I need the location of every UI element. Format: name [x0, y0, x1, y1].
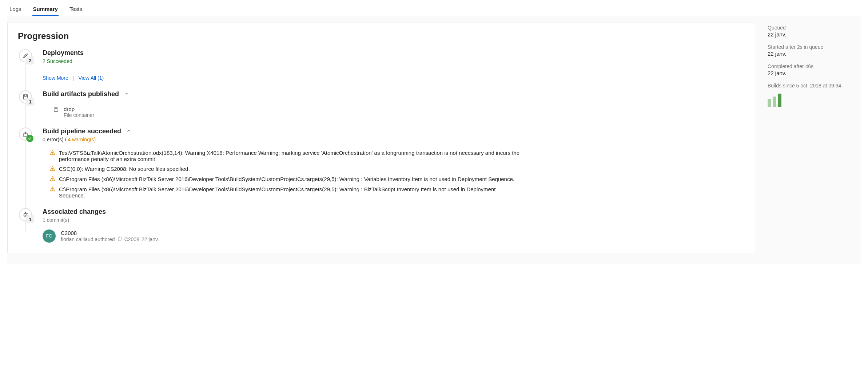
- node-changes: 1 Associated changes 1 commit(s) FC C200…: [18, 208, 745, 243]
- tab-logs[interactable]: Logs: [9, 4, 22, 16]
- artifact-type: File container: [64, 112, 94, 118]
- tab-tests[interactable]: Tests: [69, 4, 83, 16]
- pipeline-error-count: 0 error(s) /: [43, 137, 68, 142]
- lightning-icon: 1: [19, 208, 32, 221]
- show-more-link[interactable]: Show More: [43, 75, 68, 81]
- summary-card: Progression 2 Dep: [7, 23, 755, 253]
- tab-bar: Logs Summary Tests: [7, 0, 861, 16]
- svg-rect-1: [54, 107, 58, 111]
- node-pipeline: Build pipeline succeeded 0 error(s) / 4 …: [18, 127, 745, 199]
- warning-row[interactable]: C:\Program Files (x86)\Microsoft BizTalk…: [50, 186, 523, 199]
- deployments-title: Deployments: [43, 49, 84, 57]
- deployments-succeeded: 2 Succeeded: [43, 58, 745, 64]
- warning-icon: [50, 150, 55, 156]
- artifact-icon: 1: [19, 90, 32, 103]
- started-value: 22 janv.: [768, 51, 859, 57]
- svg-rect-7: [118, 237, 121, 240]
- changes-subtitle: 1 commit(s): [43, 217, 745, 223]
- tab-summary[interactable]: Summary: [32, 4, 59, 16]
- commit-author: florian caillaud authored: [61, 236, 115, 242]
- warnings-list: TestVSTSBizTalk\AtomicOrchestration.odx(…: [50, 150, 745, 199]
- rocket-icon: 2: [19, 49, 32, 62]
- chart-bar: [778, 94, 781, 107]
- completed-label: Completed after 46s: [768, 63, 859, 69]
- queued-value: 22 janv.: [768, 31, 859, 38]
- commit-ref[interactable]: C2008: [124, 236, 139, 242]
- commit-title[interactable]: C2008: [61, 230, 159, 236]
- node-deployments: 2 Deployments 2 Succeeded Show More | Vi…: [18, 49, 745, 81]
- builds-since-label: Builds since 5 oct. 2018 at 09:34: [768, 83, 859, 89]
- artifacts-count-badge: 1: [26, 98, 34, 106]
- chevron-up-icon[interactable]: [124, 90, 129, 98]
- chevron-up-icon[interactable]: [126, 127, 131, 135]
- svg-point-5: [52, 180, 53, 180]
- package-icon: [53, 106, 59, 114]
- warning-text: CSC(0,0): Warning CS2008: No source file…: [59, 166, 190, 172]
- pipeline-warning-count[interactable]: 4 warning(s): [68, 137, 96, 142]
- builds-mini-chart[interactable]: [768, 93, 859, 107]
- page-title: Progression: [18, 31, 745, 41]
- warning-text: C:\Program Files (x86)\Microsoft BizTalk…: [59, 186, 523, 199]
- pipeline-icon: [19, 127, 32, 141]
- warning-icon: [50, 186, 55, 193]
- warning-icon: [50, 166, 55, 172]
- node-artifacts: 1 Build artifacts published: [18, 90, 745, 118]
- svg-point-3: [52, 154, 53, 154]
- artifact-name[interactable]: drop: [64, 106, 94, 112]
- view-all-link[interactable]: View All (1): [78, 75, 104, 81]
- commit-date: 22 janv.: [142, 236, 159, 242]
- success-check-icon: [26, 135, 33, 142]
- sidebar: Queued 22 janv. Started after 2s in queu…: [766, 23, 861, 253]
- repo-icon: [117, 236, 122, 242]
- link-separator: |: [73, 75, 74, 81]
- artifacts-title: Build artifacts published: [43, 90, 119, 98]
- svg-point-4: [52, 170, 53, 170]
- changes-count-badge: 1: [26, 215, 34, 223]
- completed-value: 22 janv.: [768, 70, 859, 76]
- pipeline-title: Build pipeline succeeded: [43, 127, 121, 135]
- warning-text: C:\Program Files (x86)\Microsoft BizTalk…: [59, 176, 514, 182]
- chart-bar: [773, 97, 776, 107]
- warning-row[interactable]: TestVSTSBizTalk\AtomicOrchestration.odx(…: [50, 150, 523, 162]
- timeline-line: [25, 59, 26, 232]
- changes-title: Associated changes: [43, 208, 106, 216]
- warning-row[interactable]: CSC(0,0): Warning CS2008: No source file…: [50, 166, 523, 172]
- warning-icon: [50, 176, 55, 182]
- svg-point-6: [52, 190, 53, 191]
- warning-text: TestVSTSBizTalk\AtomicOrchestration.odx(…: [59, 150, 523, 162]
- chart-bar: [768, 99, 771, 107]
- queued-label: Queued: [768, 25, 859, 31]
- warning-row[interactable]: C:\Program Files (x86)\Microsoft BizTalk…: [50, 176, 523, 182]
- deployments-count-badge: 2: [26, 56, 34, 64]
- avatar: FC: [43, 229, 56, 243]
- started-label: Started after 2s in queue: [768, 44, 859, 50]
